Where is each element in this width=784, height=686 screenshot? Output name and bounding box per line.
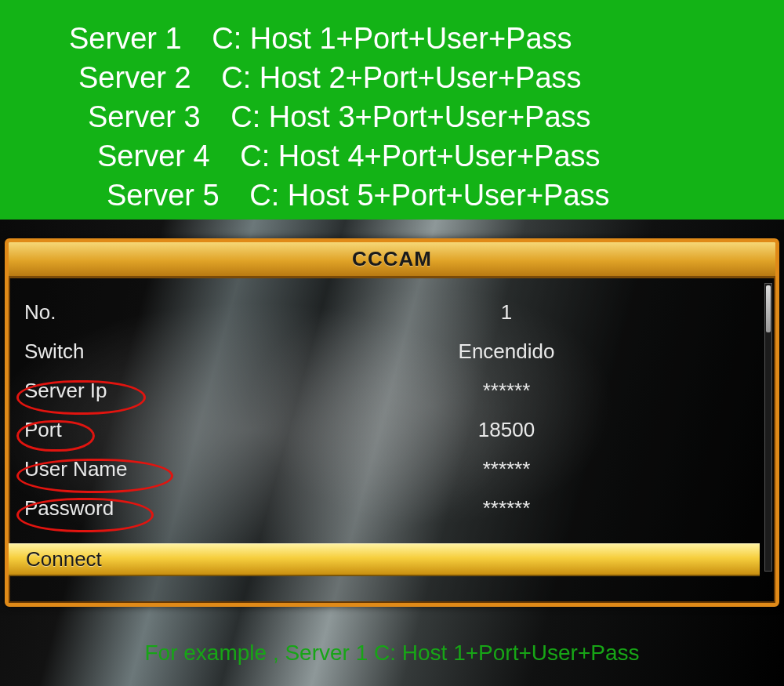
field-label: Port [24,418,260,442]
instruction-row: Server 3 C: Host 3+Port+User+Pass [0,97,784,136]
field-value: 1 [260,300,753,325]
field-row-switch[interactable]: Switch Encendido [24,332,753,371]
cccam-window: CCCAM No. 1 Switch Encendido Server Ip [5,238,779,607]
instruction-row: Server 4 C: Host 4+Port+User+Pass [0,136,784,176]
field-row-server-ip[interactable]: Server Ip ****** [24,371,753,410]
connect-button[interactable]: Connect [9,543,760,576]
scrollbar[interactable] [764,283,772,572]
instruction-value: C: Host 3+Port+User+Pass [230,97,590,136]
field-row-no[interactable]: No. 1 [24,292,753,332]
field-value: ****** [260,496,753,521]
field-row-user-name[interactable]: User Name ****** [24,449,753,488]
field-label-text: Server Ip [24,379,107,402]
instruction-label: Server 3 [88,97,201,136]
field-label-text: User Name [24,457,127,481]
instruction-value: C: Host 1+Port+User+Pass [212,19,572,58]
field-label: User Name [24,457,260,481]
field-value: ****** [260,379,753,403]
field-label: Password [24,496,260,521]
instruction-row: Server 2 C: Host 2+Port+User+Pass [0,58,784,97]
field-label-text: Port [24,418,62,441]
scrollbar-thumb[interactable] [766,285,771,332]
instruction-label: Server 5 [107,176,220,215]
field-value: 18500 [260,418,753,442]
window-title: CCCAM [352,247,432,271]
field-label: Server Ip [24,379,260,403]
instruction-row: Server 5 C: Host 5+Port+User+Pass [0,176,784,215]
instruction-label: Server 2 [78,58,191,97]
field-row-port[interactable]: Port 18500 [24,410,753,449]
cccam-body: No. 1 Switch Encendido Server Ip ****** [9,278,775,603]
field-value: Encendido [260,339,753,364]
field-label-text: Password [24,496,114,520]
instruction-label: Server 4 [97,136,210,176]
instructions-panel: Server 1 C: Host 1+Port+User+Pass Server… [0,0,784,220]
instruction-value: C: Host 5+Port+User+Pass [249,176,609,215]
field-label: No. [24,300,260,325]
tv-photo: CCCAM No. 1 Switch Encendido Server Ip [0,220,784,686]
field-label: Switch [24,339,260,364]
field-value: ****** [260,457,753,481]
field-row-password[interactable]: Password ****** [24,488,753,528]
title-bar: CCCAM [9,242,775,278]
instruction-value: C: Host 2+Port+User+Pass [221,58,581,97]
instruction-value: C: Host 4+Port+User+Pass [240,136,600,176]
field-list: No. 1 Switch Encendido Server Ip ****** [24,292,753,528]
example-caption: For example , Server 1 C: Host 1+Port+Us… [0,641,784,666]
instruction-label: Server 1 [69,19,182,58]
connect-label: Connect [26,547,102,572]
instruction-row: Server 1 C: Host 1+Port+User+Pass [0,19,784,58]
